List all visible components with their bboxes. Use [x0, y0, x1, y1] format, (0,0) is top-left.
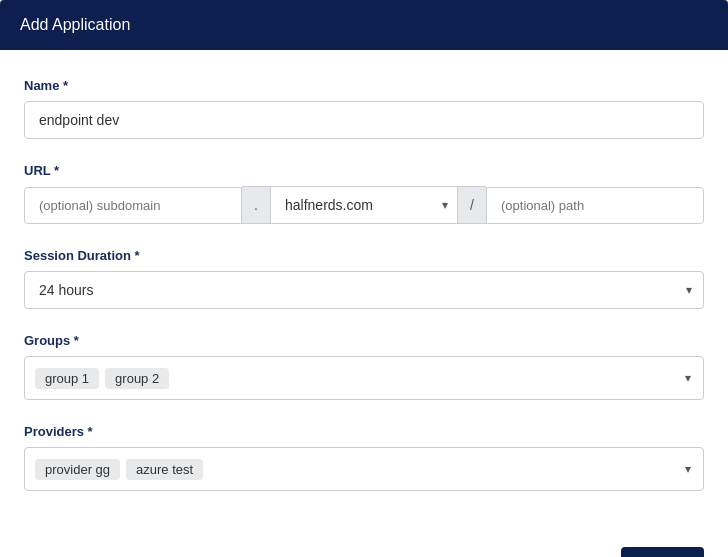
groups-tags-control[interactable]: group 1 group 2 ▾: [24, 356, 704, 400]
provider-tag-2: azure test: [126, 459, 203, 480]
group-tag-2: group 2: [105, 368, 169, 389]
modal-title: Add Application: [20, 16, 130, 33]
url-dot-separator: .: [242, 186, 270, 224]
url-group: URL * . halfnerds.com ▾ /: [24, 163, 704, 224]
name-input[interactable]: [24, 101, 704, 139]
groups-dropdown-arrow-icon: ▾: [685, 371, 691, 385]
cancel-button[interactable]: Cancel: [533, 547, 609, 557]
url-domain-wrapper: halfnerds.com ▾: [270, 186, 458, 224]
provider-tag-1: provider gg: [35, 459, 120, 480]
name-group: Name *: [24, 78, 704, 139]
add-application-modal: Add Application Name * URL * . halfnerds…: [0, 0, 728, 557]
modal-body: Name * URL * . halfnerds.com ▾ / Sessio: [0, 50, 728, 535]
url-row: . halfnerds.com ▾ /: [24, 186, 704, 224]
modal-header: Add Application: [0, 0, 728, 50]
group-tag-1: group 1: [35, 368, 99, 389]
groups-group: Groups * group 1 group 2 ▾: [24, 333, 704, 400]
url-domain-select[interactable]: halfnerds.com: [270, 186, 458, 224]
url-label: URL *: [24, 163, 704, 178]
providers-tags-control[interactable]: provider gg azure test ▾: [24, 447, 704, 491]
name-label: Name *: [24, 78, 704, 93]
providers-dropdown-arrow-icon: ▾: [685, 462, 691, 476]
groups-label: Groups *: [24, 333, 704, 348]
providers-group: Providers * provider gg azure test ▾: [24, 424, 704, 491]
add-button[interactable]: Add: [621, 547, 704, 557]
modal-footer: Cancel Add: [0, 535, 728, 557]
url-subdomain-input[interactable]: [24, 187, 242, 224]
providers-label: Providers *: [24, 424, 704, 439]
session-group: Session Duration * 24 hours ▾: [24, 248, 704, 309]
url-slash-separator: /: [458, 186, 486, 224]
session-select-wrapper: 24 hours ▾: [24, 271, 704, 309]
url-path-input[interactable]: [486, 187, 704, 224]
session-label: Session Duration *: [24, 248, 704, 263]
session-duration-select[interactable]: 24 hours: [24, 271, 704, 309]
